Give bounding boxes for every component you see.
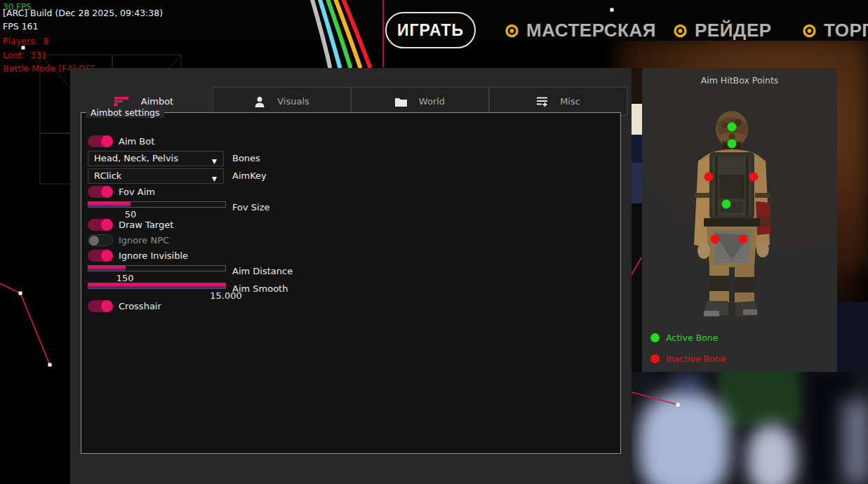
coin-target-icon <box>672 22 688 39</box>
coin-target-icon <box>504 22 520 39</box>
fov-size-slider[interactable] <box>88 201 226 208</box>
left-shoulder-hitbox-point <box>705 173 714 182</box>
aim-distance-slider[interactable] <box>88 265 226 271</box>
pistol-icon <box>114 95 129 107</box>
fov-size-value: 50 <box>125 209 137 220</box>
ignore-invisible-label: Ignore Invisible <box>119 250 188 261</box>
slider-fill <box>88 266 126 271</box>
aim-smooth-slider-wrap: 15.000 <box>88 283 226 289</box>
draw-target-toggle[interactable] <box>88 219 113 231</box>
game-screen: 30 FPS [ARC] Build (Dec 28 2025, 09:43:3… <box>0 0 868 484</box>
chevron-down-icon: ▼ <box>212 154 217 168</box>
playlist-add-icon <box>536 96 548 107</box>
bones-label: Bones <box>232 153 260 163</box>
nav-label: МАСТЕРСКАЯ <box>526 20 656 41</box>
aimbot-settings-group: Aimbot settings Aim Bot Head, Neck, Pelv… <box>81 112 621 454</box>
chevron-down-icon: ▼ <box>212 172 217 186</box>
aim-bot-label: Aim Bot <box>119 136 154 147</box>
fps-info: FPS 161 <box>3 21 39 32</box>
bg-bottom-right-scene <box>632 372 868 484</box>
slider-fill <box>88 283 225 288</box>
bg-strip-between-panels <box>632 68 642 372</box>
fov-size-slider-wrap: 50 <box>88 201 226 208</box>
tab-world[interactable]: World <box>351 87 489 116</box>
nav-item-workshop[interactable]: МАСТЕРСКАЯ <box>504 17 656 43</box>
draw-target-row: Draw Target <box>81 219 620 231</box>
aim-distance-slider-wrap: 150 <box>88 265 226 271</box>
slider-fill <box>88 202 131 207</box>
aimkey-dropdown[interactable]: RClick ▼ <box>88 168 224 184</box>
ignore-invisible-toggle[interactable] <box>88 250 113 262</box>
loot-count: Loot: 331 <box>3 50 47 60</box>
build-info: [ARC] Build (Dec 28 2025, 09:43:38) <box>3 8 163 18</box>
person-icon <box>254 96 265 107</box>
hitbox-panel: Aim HitBox Points <box>642 68 837 372</box>
tab-label: Visuals <box>277 96 309 107</box>
bg-light-blob <box>747 424 796 484</box>
pelvis-hitbox-point <box>722 200 731 209</box>
bg-light-blob <box>639 393 730 484</box>
neck-hitbox-point <box>728 140 737 149</box>
fov-aim-label: Fov Aim <box>119 187 155 197</box>
tab-visuals[interactable]: Visuals <box>213 87 351 116</box>
draw-target-label: Draw Target <box>119 220 173 230</box>
fov-aim-row: Fov Aim <box>81 186 620 198</box>
right-hand-hitbox-point <box>739 235 748 244</box>
bg-light-blob <box>842 400 868 484</box>
aim-distance-label: Aim Distance <box>232 266 293 276</box>
tab-label: Aimbot <box>141 96 173 107</box>
fov-size-label: Fov Size <box>232 202 269 213</box>
bg-green-sign <box>717 372 802 427</box>
legend-item: Active Bone <box>650 332 718 342</box>
fov-aim-toggle[interactable] <box>88 186 113 198</box>
head-hitbox-point <box>728 123 737 132</box>
ignore-npc-toggle[interactable] <box>88 234 113 246</box>
ignore-invisible-row: Ignore Invisible <box>81 250 620 262</box>
ignore-npc-label: Ignore NPC <box>119 235 169 246</box>
nav-label: РЕЙДЕР <box>695 20 772 41</box>
aim-smooth-slider[interactable] <box>88 283 226 289</box>
play-button[interactable]: ИГРАТЬ <box>385 12 476 48</box>
bones-selected-value: Head, Neck, Pelvis <box>94 153 178 163</box>
nav-item-trade[interactable]: ТОРГО <box>801 17 868 43</box>
ignore-npc-row: Ignore NPC <box>81 234 620 246</box>
crosshair-toggle[interactable] <box>88 300 113 312</box>
right-shoulder-hitbox-point <box>749 173 759 182</box>
coin-target-icon <box>801 22 817 39</box>
legend-label: Active Bone <box>666 332 718 343</box>
aim-bot-row: Aim Bot <box>81 135 620 147</box>
players-count: Players: 8 <box>3 36 49 46</box>
tab-misc[interactable]: Misc <box>489 87 627 116</box>
aim-smooth-label: Aim Smooth <box>232 283 288 294</box>
green-dot-icon <box>650 333 660 342</box>
bones-dropdown[interactable]: Head, Neck, Pelvis ▼ <box>88 151 224 166</box>
aimkey-label: AimKey <box>232 170 267 181</box>
nav-item-raider[interactable]: РЕЙДЕР <box>672 17 772 43</box>
legend-label: Inactive Bone <box>666 354 726 364</box>
crosshair-label: Crosshair <box>119 301 161 311</box>
cheat-menu-panel: Aimbot Visuals World <box>70 68 632 484</box>
group-title: Aimbot settings <box>86 107 164 118</box>
left-hand-hitbox-point <box>711 235 720 244</box>
nav-label: ТОРГО <box>824 20 868 41</box>
red-dot-icon <box>650 354 660 363</box>
crosshair-row: Crosshair <box>81 300 620 312</box>
legend-item: Inactive Bone <box>650 354 726 363</box>
tab-label: World <box>419 96 445 107</box>
folder-icon <box>395 97 407 107</box>
hitbox-panel-title: Aim HitBox Points <box>642 75 837 86</box>
aim-bot-toggle[interactable] <box>88 135 113 147</box>
aimkey-selected-value: RClick <box>94 170 121 181</box>
tab-label: Misc <box>560 96 580 107</box>
aim-distance-value: 150 <box>116 273 134 283</box>
